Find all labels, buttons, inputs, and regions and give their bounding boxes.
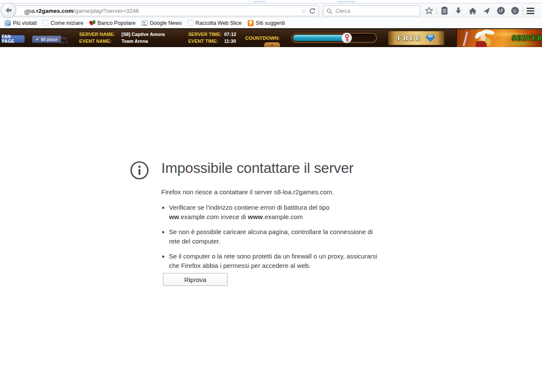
toolbar-separator <box>522 6 523 15</box>
search-icon <box>326 8 333 15</box>
search-box[interactable] <box>323 5 420 16</box>
history-sync-icon[interactable]: ↺ <box>494 5 508 17</box>
url-dropdown-icon[interactable]: ▽ <box>302 9 305 14</box>
fan-page-button[interactable]: FAN PAGE <box>1 35 25 43</box>
lightbulb-icon <box>248 20 254 26</box>
downloads-icon[interactable] <box>451 5 465 17</box>
share-plane-icon[interactable] <box>480 5 494 17</box>
globe-icon <box>24 9 30 16</box>
url-bar[interactable]: loa.r2games.com/game/play/?server=3246 ▽ <box>9 5 319 16</box>
toolbar-icons: ↺ ☺ <box>422 4 537 18</box>
tab-remnant <box>253 1 265 3</box>
newspaper-icon <box>142 21 148 26</box>
bookmark-banco-popolare[interactable]: Banco Popolare <box>86 19 139 27</box>
history-glyph: ↺ <box>497 7 505 15</box>
sword-decoration <box>463 32 469 47</box>
tab-strip <box>0 0 542 3</box>
error-page-title: Impossibile contattare il server <box>161 160 354 176</box>
countdown-progress-fill <box>293 35 345 41</box>
server-name-label: SERVER NAME: <box>79 32 115 37</box>
url-path: /game/play/?server=3246 <box>74 8 139 14</box>
event-time-label: EVENT TIME: <box>188 39 218 44</box>
bookmark-siti-suggeriti[interactable]: Siti suggeriti <box>245 19 288 27</box>
facebook-like-button[interactable]: ✔ Mi piace <box>32 36 61 43</box>
valkyrie-face <box>480 34 486 41</box>
server-time-label: SERVER TIME: <box>188 32 222 37</box>
key-icon <box>344 34 350 42</box>
bookmarks-list-icon[interactable] <box>437 5 451 17</box>
placeholder-favicon-icon <box>188 20 193 26</box>
most-visited-icon <box>5 20 11 26</box>
error-suggestions-list: Verificare se l’indirizzo contiene error… <box>161 203 386 276</box>
diamond-icon <box>426 35 435 42</box>
info-icon <box>130 160 149 182</box>
free-label: FREE <box>397 34 422 42</box>
url-domain: r2games.com <box>36 8 74 14</box>
home-icon[interactable] <box>465 5 480 17</box>
bookmarks-bar: Più visitati Come iniziare Banco Popolar… <box>0 18 542 28</box>
error-message: Firefox non riesce a contattare il serve… <box>161 188 334 196</box>
server-time-value: 07:12 <box>224 32 236 37</box>
like-label: Mi piace <box>41 37 57 42</box>
placeholder-favicon-icon <box>43 20 48 26</box>
bookmark-come-iniziare[interactable]: Come iniziare <box>40 19 86 27</box>
valkyrie-armor <box>476 41 487 47</box>
tab-remnant <box>338 1 355 3</box>
countdown-progress-bar <box>291 33 377 43</box>
back-arrow-icon <box>5 6 12 14</box>
navigation-toolbar: loa.r2games.com/game/play/?server=3246 ▽ <box>0 4 542 18</box>
search-input[interactable] <box>335 8 412 14</box>
banco-popolare-icon <box>89 20 95 26</box>
collapse-header-tab[interactable]: ▲ <box>264 42 280 47</box>
smiley-glyph: ☺ <box>511 7 519 15</box>
countdown-label: COUNTDOWN: <box>245 36 280 41</box>
bookmark-label: Banco Popolare <box>98 20 136 26</box>
banner-text: SERVER UPDATE <box>512 34 542 42</box>
bookmark-label: Come iniziare <box>50 20 83 26</box>
event-time-value: 11:30 <box>224 39 236 44</box>
back-button[interactable] <box>1 3 16 18</box>
suggestion-item: Se il computer o la rete sono protetti d… <box>169 252 386 270</box>
event-name-label: EVENT NAME: <box>79 39 112 44</box>
wing-decoration <box>483 29 495 36</box>
bookmark-piu-visitati[interactable]: Più visitati <box>2 19 40 27</box>
retry-button[interactable]: Riprova <box>163 273 228 286</box>
server-name-value: [S8] Captive Amora <box>121 32 165 37</box>
menu-hamburger-icon[interactable] <box>523 5 537 17</box>
suggestion-item: Se non è possibile caricare alcuna pagin… <box>169 227 386 246</box>
server-update-banner[interactable]: SERVER UPDATE <box>456 29 542 47</box>
game-header-bar: FAN PAGE ✔ Mi piace Piac ne S SERVER NAM… <box>0 29 542 47</box>
bookmark-star-icon[interactable] <box>422 5 436 17</box>
free-diamonds-button[interactable]: FREE <box>388 31 444 45</box>
bookmark-label: Siti suggeriti <box>256 20 285 26</box>
toolbar-separator <box>436 6 437 15</box>
bookmark-raccolta-web-slice[interactable]: Raccolta Web Slice <box>185 19 245 27</box>
bookmark-label: Più visitati <box>13 20 37 26</box>
key-marker <box>341 33 352 43</box>
reload-icon[interactable] <box>309 8 316 15</box>
bookmark-google-news[interactable]: Google News <box>139 19 185 27</box>
event-name-value: Team Arena <box>121 39 148 44</box>
feedback-smiley-icon[interactable]: ☺ <box>508 5 522 17</box>
suggestion-item: Verificare se l’indirizzo contiene error… <box>169 203 386 221</box>
facebook-widget-remnant: Piac ne S <box>60 36 68 45</box>
bookmark-label: Raccolta Web Slice <box>195 20 242 26</box>
check-icon: ✔ <box>36 37 39 42</box>
bookmark-label: Google News <box>150 20 182 26</box>
